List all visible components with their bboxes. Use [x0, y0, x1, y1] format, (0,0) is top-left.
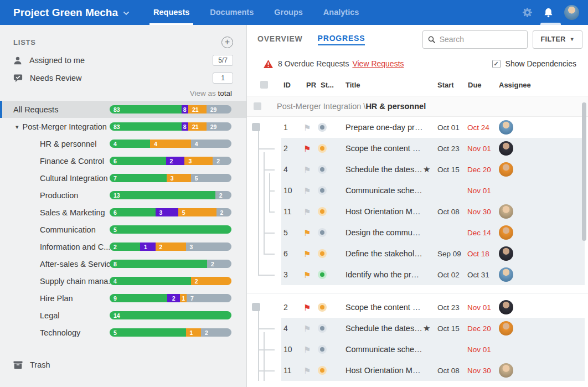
topbar-tab-requests[interactable]: Requests [151, 0, 192, 25]
status-dot-gray[interactable] [318, 123, 327, 132]
assignee-avatar[interactable] [499, 141, 513, 156]
request-row[interactable]: 10⚑Communicate schedule to key stak...No… [254, 339, 588, 360]
request-row[interactable]: 4⚑Schedule the dates and coordin...★Oct … [254, 159, 588, 180]
request-row[interactable]: 2⚑Scope the content per the stakehol...O… [254, 138, 588, 159]
assignee-avatar[interactable] [499, 162, 513, 177]
topbar-tab-documents[interactable]: Documents [207, 0, 256, 25]
add-list-button[interactable]: + [221, 37, 233, 48]
request-row[interactable]: 10⚑Communicate schedule to key stak...No… [254, 180, 588, 201]
assignee-avatar[interactable] [499, 225, 513, 240]
priority-flag-icon-gray[interactable]: ⚑ [303, 208, 318, 216]
sidebar-list-item-cultural-integration[interactable]: Cultural Integration735 [0, 169, 246, 187]
assignee-avatar[interactable] [499, 120, 513, 135]
group-checkbox[interactable] [254, 102, 261, 110]
sidebar-item-trash[interactable]: Trash [0, 357, 246, 373]
priority-flag-icon-orange[interactable]: ⚑ [303, 250, 318, 258]
topbar-tab-groups[interactable]: Groups [271, 0, 306, 25]
sidebar-list-item-communication[interactable]: Communication5 [0, 221, 246, 238]
status-dot-gray[interactable] [318, 165, 327, 174]
column-header-start[interactable]: Start [435, 81, 465, 89]
sidebar-list-item-hire-plan[interactable]: Hire Plan9217 [0, 290, 246, 307]
show-dependencies-toggle[interactable]: ✓ Show Dependencies [492, 59, 576, 68]
tab-overview[interactable]: OVERVIEW [257, 34, 303, 45]
status-dot-green[interactable] [318, 270, 327, 279]
priority-flag-icon-red[interactable]: ⚑ [303, 303, 318, 312]
sidebar-list-item-finance-control[interactable]: Finance & Control6232 [0, 152, 246, 169]
column-header-pr[interactable]: PR [303, 81, 318, 89]
status-dot-gray[interactable] [318, 228, 327, 237]
filter-button[interactable]: FILTER ▼ [533, 30, 582, 49]
assignee-avatar[interactable] [499, 246, 513, 261]
sidebar-list-item-production[interactable]: Production132 [0, 187, 246, 204]
dependency-line [258, 131, 259, 275]
user-avatar[interactable] [564, 5, 579, 20]
view-as-total-link[interactable]: total [218, 89, 232, 97]
status-dot-gray[interactable] [318, 324, 327, 333]
gear-icon[interactable] [522, 7, 533, 18]
sidebar-list-item-sales-marketing[interactable]: Sales & Marketing6352 [0, 204, 246, 221]
sidebar-list-item-after-sales-service[interactable]: After-sales & Service82 [0, 255, 246, 272]
status-dot-gray[interactable] [318, 186, 327, 195]
row-cells: 2⚑Scope the content per the stakehol...O… [281, 138, 585, 159]
priority-flag-icon-gray[interactable]: ⚑ [303, 367, 318, 375]
status-dot-gray[interactable] [318, 345, 327, 354]
status-dot-orange[interactable] [318, 207, 327, 216]
star-icon[interactable]: ★ [423, 323, 435, 333]
priority-flag-icon-gray[interactable]: ⚑ [303, 166, 318, 174]
assignee-avatar[interactable] [499, 363, 513, 378]
priority-flag-icon-gray[interactable]: ⚑ [303, 345, 318, 354]
star-icon[interactable]: ★ [423, 164, 435, 174]
project-title-dropdown[interactable]: Project Green Mecha [0, 7, 151, 19]
request-row[interactable]: 5⚑Design the communications in adv...Dec… [254, 222, 588, 243]
row-cells: 11⚑Host Orientation Meeting at Target...… [281, 201, 585, 222]
request-row[interactable]: 2⚑Scope the content per the stakehol...O… [254, 297, 588, 318]
priority-flag-icon-gray[interactable]: ⚑ [303, 324, 318, 333]
priority-flag-icon-gray[interactable]: ⚑ [303, 123, 318, 132]
sidebar-list-item-information-and-c[interactable]: Information and C...2123 [0, 238, 246, 255]
sidebar-item-assigned-to-me[interactable]: Assigned to me5/7 [0, 51, 246, 69]
due-date: Oct 18 [465, 250, 496, 258]
request-row[interactable]: 6⚑Define the stakeholders for event.Sep … [254, 243, 588, 264]
assignee-avatar[interactable] [499, 321, 513, 336]
assignee-avatar[interactable] [499, 204, 513, 219]
priority-flag-icon-orange[interactable]: ⚑ [303, 229, 318, 237]
column-header-id[interactable]: ID [281, 81, 303, 89]
bell-icon[interactable] [543, 8, 554, 18]
status-dot-orange[interactable] [318, 249, 327, 258]
status-dot-orange[interactable] [318, 144, 327, 153]
progress-bar: 8382129 [110, 105, 231, 113]
sidebar-list-item-supply-chain-mana[interactable]: Supply chain mana...42 [0, 272, 246, 290]
priority-flag-icon-gray[interactable]: ⚑ [303, 187, 318, 195]
column-header-st[interactable]: St... [318, 81, 334, 89]
sidebar-list-item-hr-personnel[interactable]: HR & personnel444 [0, 135, 246, 152]
column-header-assignee[interactable]: Assignee [496, 81, 585, 89]
column-header-due[interactable]: Due [465, 81, 496, 89]
request-row[interactable]: 11⚑Host Orientation Meeting at Target...… [254, 360, 588, 381]
status-dot-orange[interactable] [318, 366, 327, 375]
show-dependencies-checkbox[interactable]: ✓ [492, 60, 501, 68]
sidebar-item-needs-review[interactable]: Needs Review1 [0, 69, 246, 87]
select-all-checkbox[interactable] [260, 81, 268, 89]
request-row[interactable]: 1⚑Prepare one-day presentation with...Oc… [254, 117, 588, 138]
group-header-row[interactable]: Post-Merger Integration \HR & personnel [247, 96, 588, 117]
expand-caret-icon[interactable]: ▾ [16, 123, 19, 131]
sidebar-list-item-all-requests[interactable]: All Requests8382129 [0, 101, 246, 118]
request-row[interactable]: 4⚑Schedule the dates and coordin...★Oct … [254, 318, 588, 339]
request-row[interactable]: 3⚑Identify who the presenters are, th...… [254, 264, 588, 285]
search-input[interactable] [440, 35, 523, 44]
priority-flag-icon-orange[interactable]: ⚑ [303, 271, 318, 279]
priority-flag-icon-red[interactable]: ⚑ [303, 145, 318, 153]
view-requests-link[interactable]: View Requests [352, 59, 404, 68]
topbar-tab-analytics[interactable]: Analytics [321, 0, 362, 25]
request-row[interactable]: 11⚑Host Orientation Meeting at Target...… [254, 201, 588, 222]
status-dot-orange[interactable] [318, 303, 327, 312]
sidebar-list-item-post-merger-integration[interactable]: ▾Post-Merger Integration8382129 [0, 118, 246, 135]
scrollbar-thumb[interactable] [582, 102, 586, 241]
show-dependencies-label: Show Dependencies [506, 59, 576, 68]
assignee-avatar[interactable] [499, 300, 513, 314]
column-header-title[interactable]: Title [334, 81, 423, 89]
sidebar-list-item-technology[interactable]: Technology512 [0, 324, 246, 341]
sidebar-list-item-legal[interactable]: Legal14 [0, 307, 246, 324]
assignee-avatar[interactable] [499, 267, 513, 282]
tab-progress[interactable]: PROGRESS [318, 34, 365, 45]
